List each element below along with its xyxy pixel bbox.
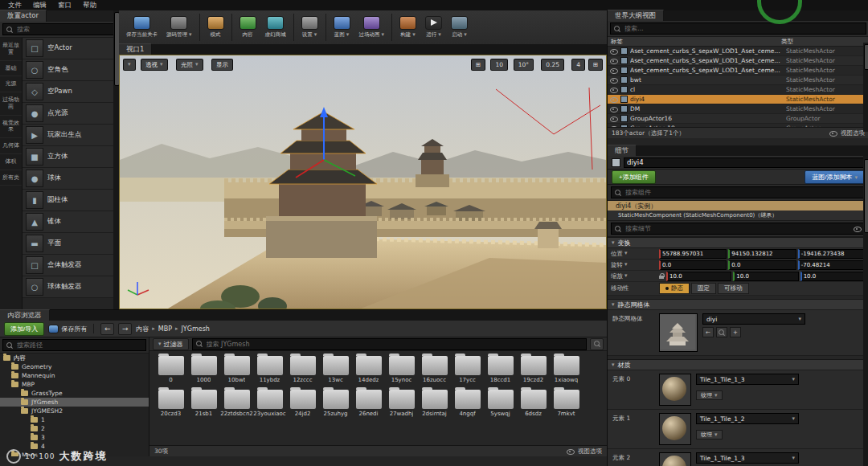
breadcrumb-content[interactable]: 内容 (136, 325, 149, 333)
folder[interactable]: 10bwt (220, 356, 253, 383)
location-y-field[interactable]: 94150.132812 (728, 249, 796, 259)
place-category[interactable]: 过场动画 (0, 92, 22, 116)
scale-z-field[interactable]: 10.0 (800, 272, 866, 281)
surface-snap-toggle[interactable]: ⊞ (471, 59, 485, 71)
place-actor-item[interactable]: ● 球体 (23, 168, 119, 190)
maximize-viewport-button[interactable]: ⊞ (588, 59, 603, 71)
place-actor-item[interactable]: ◇ 空Pawn (23, 81, 119, 103)
folder[interactable]: 27wadhj (385, 390, 418, 417)
tree-item[interactable]: 3 (0, 433, 149, 442)
place-actor-item[interactable]: ▶ 玩家出生点 (23, 125, 119, 146)
outliner-row[interactable]: Aset_cement_curbs_S_sepxW_LOD1_Aset_ceme… (608, 47, 868, 56)
folder[interactable]: 1xiaowq (550, 356, 583, 383)
mobility-stationary-button[interactable]: 固定 (691, 283, 716, 294)
folder[interactable]: 5yswqj (484, 390, 517, 417)
scale-lock-icon[interactable] (659, 273, 665, 280)
folder[interactable]: 16zuocc (418, 356, 451, 383)
place-category[interactable]: 基础 (0, 61, 22, 77)
filters-button[interactable]: ▾过滤器 (153, 338, 189, 350)
tree-item[interactable]: JYGMESH2 (0, 407, 149, 415)
folder[interactable]: 23youxiaoc (253, 390, 286, 417)
outliner-search[interactable] (610, 22, 866, 35)
use-selected-asset-icon[interactable]: ← (702, 327, 714, 337)
outliner-view-options[interactable]: 视图选项 (841, 129, 865, 137)
launch-button[interactable]: 启动▾ (447, 10, 472, 44)
materials-section-header[interactable]: ▾材质 (608, 359, 868, 370)
save-level-button[interactable]: 保存当前关卡 (122, 10, 162, 44)
details-search-input[interactable] (624, 224, 851, 233)
details-search[interactable] (611, 223, 866, 235)
play-button[interactable]: 运行▾ (421, 10, 446, 44)
folder[interactable]: 14dedz (352, 356, 385, 383)
folder[interactable]: 19czd2 (517, 356, 550, 383)
place-category[interactable]: 最近放置 (0, 38, 22, 61)
folder[interactable]: 22ztdsbcn2 (220, 390, 253, 417)
tree-item[interactable]: JYGmesh (0, 398, 149, 407)
instance-header[interactable]: diyi4（实例） (608, 201, 868, 211)
place-category[interactable]: 体积 (0, 154, 22, 170)
folder[interactable]: 12zccc (286, 356, 319, 383)
folder[interactable]: 17ycc (451, 356, 484, 383)
save-search-icon[interactable] (590, 338, 604, 350)
visibility-eye-icon[interactable] (610, 125, 618, 128)
menu-item[interactable]: 编辑 (28, 1, 51, 10)
tab-viewport-1[interactable]: 视口1 (119, 43, 152, 55)
folder[interactable]: 18ccd1 (484, 356, 517, 383)
material-thumbnail[interactable] (659, 413, 691, 445)
cb-view-options[interactable]: 视图选项 (578, 448, 602, 456)
viewport-options-button[interactable]: ▾ (123, 59, 136, 71)
grid-snap-value[interactable]: 10 (490, 59, 508, 71)
outliner-row[interactable]: GroupActor_18 GroupActor (608, 124, 868, 127)
tab-details[interactable]: 细节 (608, 145, 637, 156)
camera-speed-value[interactable]: 4 (571, 59, 585, 71)
add-component-button[interactable]: +添加组件 (612, 170, 656, 184)
transform-section-header[interactable]: ▾变换 (608, 237, 868, 248)
lit-mode-button[interactable]: 光照▾ (176, 59, 203, 71)
folder[interactable]: 21sb1 (187, 390, 220, 417)
scale-x-field[interactable]: 10.0 (666, 272, 731, 281)
folder[interactable]: 2dsirntaj (418, 390, 451, 417)
perspective-button[interactable]: 透视▾ (141, 59, 168, 71)
rotation-y-field[interactable]: 0.0 (728, 260, 796, 270)
place-actor-item[interactable]: ▲ 锥体 (23, 211, 119, 233)
visibility-eye-icon[interactable] (610, 58, 618, 64)
static-mesh-component-row[interactable]: StaticMeshComponent (StaticMeshComponent… (608, 211, 868, 221)
level-viewport[interactable]: ▾ 透视▾ 光照▾ 显示 ⊞ 10 10° 0.25 4 ⊞ (119, 55, 607, 309)
details-filter-eye-icon[interactable] (854, 226, 862, 232)
material-thumbnail[interactable] (659, 452, 691, 466)
browse-to-asset-icon[interactable] (716, 327, 727, 337)
visibility-eye-icon[interactable] (610, 96, 618, 103)
place-actor-item[interactable]: ○ 球体触发器 (23, 276, 119, 298)
place-actor-item[interactable]: ■ 立方体 (23, 146, 119, 168)
source-control-button[interactable]: 源码管理▾ (162, 10, 196, 44)
tab-world-outliner[interactable]: 世界大纲视图 (608, 10, 664, 21)
path-search[interactable] (2, 339, 146, 351)
folder[interactable]: 4ngqf (451, 390, 484, 417)
show-flags-button[interactable]: 显示 (211, 59, 233, 71)
visibility-eye-icon[interactable] (610, 116, 618, 122)
add-asset-icon[interactable]: + (730, 327, 741, 337)
tree-item[interactable]: GrassType (0, 389, 149, 398)
visibility-eye-icon[interactable] (610, 106, 618, 112)
scale-snap-value[interactable]: 0.25 (541, 59, 564, 71)
modes-button[interactable]: 模式 (203, 10, 228, 44)
mobility-static-button[interactable]: 静态 (659, 283, 690, 294)
place-category[interactable]: 视觉效果 (0, 116, 22, 139)
static-mesh-section-header[interactable]: ▾静态网格体 (608, 299, 868, 310)
menu-item[interactable]: 帮助 (78, 1, 101, 10)
settings-button[interactable]: 设置▾ (297, 10, 322, 44)
material-select-1[interactable]: Tile_1_Tile_1_2▾ (696, 413, 799, 424)
place-actor-item[interactable]: ○ 空角色 (23, 59, 119, 81)
place-actor-item[interactable]: □ 空Actor (23, 38, 119, 59)
place-scrollbar[interactable] (113, 10, 119, 309)
folder[interactable]: 24jd2 (286, 390, 319, 417)
folder[interactable]: 26nedi (352, 390, 385, 417)
place-search-input[interactable] (15, 25, 113, 34)
outliner-row[interactable]: diyi4 StaticMeshActor (608, 95, 868, 104)
location-z-field[interactable]: -19416.273438 (798, 249, 866, 259)
material-select-0[interactable]: Tile_1_Tile_1_3▾ (696, 374, 799, 385)
marketplace-button[interactable]: 虚幻商城 (261, 10, 290, 44)
tree-item[interactable]: MBP (0, 380, 149, 389)
path-search-input[interactable] (15, 341, 142, 350)
menu-item[interactable]: 文件 (3, 1, 27, 10)
